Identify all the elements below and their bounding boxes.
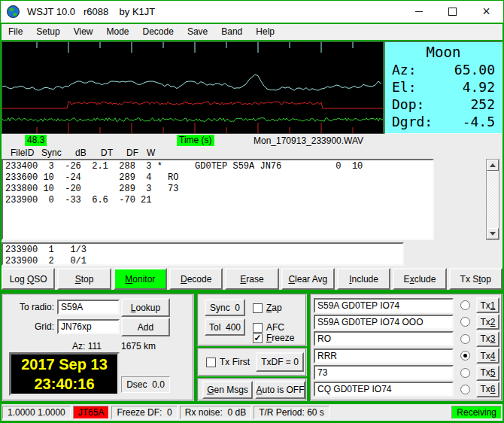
tx1-button[interactable]: Tx1 bbox=[476, 297, 499, 313]
arrow-up-icon bbox=[490, 163, 496, 167]
moon-az-row: Az: 65.00 bbox=[385, 61, 502, 78]
exclude-button[interactable]: Exclude bbox=[393, 268, 446, 290]
avg-line: 233900 1 1/3 bbox=[5, 245, 400, 256]
maximize-icon bbox=[448, 8, 457, 16]
auto-button[interactable]: Auto is OFF bbox=[255, 381, 305, 399]
lookup-button[interactable]: Lookup bbox=[121, 298, 170, 317]
col-fileid: FileID bbox=[11, 148, 34, 159]
dsec-button[interactable]: Dsec 0.0 bbox=[121, 376, 170, 393]
decode-scrollbar[interactable] bbox=[486, 159, 499, 240]
tx2-button[interactable]: Tx2 bbox=[476, 314, 499, 330]
stop-button[interactable]: Stop bbox=[57, 268, 111, 290]
close-button[interactable] bbox=[469, 1, 503, 23]
monitor-button[interactable]: Monitor bbox=[114, 268, 167, 290]
zap-checkbox[interactable]: Zap bbox=[253, 303, 282, 313]
menu-mode[interactable]: Mode bbox=[100, 24, 136, 40]
avg-line: 233900 2 0/1 bbox=[5, 256, 400, 266]
tx-first-checkbox-box[interactable] bbox=[206, 358, 216, 367]
minimize-button[interactable] bbox=[402, 1, 436, 23]
tx3-button[interactable]: Tx3 bbox=[476, 331, 499, 347]
freeze-checkbox-box[interactable] bbox=[253, 333, 263, 343]
tx2-row: Tx2 bbox=[313, 314, 499, 330]
tx5-message-input[interactable] bbox=[314, 365, 454, 380]
decode-text-area[interactable]: 233400 3 -26 2.1 288 3 * GD0TEP S59A JN7… bbox=[2, 159, 434, 240]
sync-button[interactable]: Sync 0 bbox=[205, 299, 245, 316]
menu-help[interactable]: Help bbox=[249, 24, 281, 40]
plot-labels-row: 48.3 Time (s) Mon_170913_233900.WAV bbox=[2, 134, 502, 148]
audio-levels: 1.0000 1.0000 bbox=[2, 406, 71, 419]
tx2-message-input[interactable] bbox=[314, 315, 454, 330]
moon-el-value: 4.92 bbox=[463, 78, 495, 96]
menu-band[interactable]: Band bbox=[214, 24, 249, 40]
moon-dop-row: Dop: 252 bbox=[385, 96, 502, 113]
tx2-radio[interactable] bbox=[460, 317, 470, 327]
tol-button[interactable]: Tol 400 bbox=[205, 318, 245, 336]
time-axis-label: Time (s) bbox=[177, 135, 214, 146]
tx-first-checkbox[interactable]: Tx First bbox=[206, 357, 250, 367]
log-qso-button[interactable]: Log QSO bbox=[2, 268, 55, 290]
moon-panel: Moon Az: 65.00 El: 4.92 Dop: 252 Dgrd: -… bbox=[384, 41, 502, 134]
scrollbar-track[interactable] bbox=[487, 171, 499, 228]
menu-file[interactable]: File bbox=[2, 24, 29, 40]
globe-icon bbox=[7, 5, 20, 18]
col-df: DF bbox=[126, 148, 138, 159]
tx4-row: Tx4 bbox=[313, 348, 499, 364]
decode-line: 233600 10 -24 289 4 RO bbox=[5, 172, 430, 184]
tx1-radio[interactable] bbox=[460, 300, 470, 310]
tx5-button[interactable]: Tx5 bbox=[476, 365, 499, 381]
menu-view[interactable]: View bbox=[67, 24, 100, 40]
tx1-message-input[interactable] bbox=[314, 298, 454, 313]
menu-decode[interactable]: Decode bbox=[136, 24, 181, 40]
afc-label: AFC bbox=[266, 322, 284, 333]
grid-label: Grid: bbox=[9, 319, 54, 334]
moon-dgrd-label: Dgrd: bbox=[392, 113, 433, 130]
average-text-area[interactable]: 233900 1 1/3 233900 2 0/1 bbox=[2, 242, 404, 266]
moon-az-label: Az: bbox=[392, 61, 417, 78]
spectrum-plot[interactable] bbox=[2, 41, 384, 134]
tx-stop-button[interactable]: Tx Stop bbox=[449, 268, 502, 290]
tx6-row: Tx6 bbox=[313, 382, 499, 397]
menu-save[interactable]: Save bbox=[181, 24, 214, 40]
decode-column-headers: FileID Sync dB DT DF W bbox=[2, 148, 502, 159]
tx-first-group: Tx First TxDF = 0 bbox=[197, 348, 307, 376]
distance-text: 1675 km bbox=[121, 339, 156, 354]
tx3-message-input[interactable] bbox=[314, 331, 454, 346]
tx3-row: Tx3 bbox=[313, 331, 499, 347]
tx5-row: Tx5 bbox=[313, 365, 499, 381]
receiving-indicator: Receiving bbox=[451, 406, 502, 419]
status-bar: 1.0000 1.0000 JT65A Freeze DF: 0 Rx nois… bbox=[2, 404, 502, 421]
maximize-button[interactable] bbox=[436, 1, 469, 23]
tx4-button[interactable]: Tx4 bbox=[476, 348, 499, 364]
wav-filename: Mon_170913_233900.WAV bbox=[254, 135, 363, 147]
include-button[interactable]: Include bbox=[337, 268, 390, 290]
zap-checkbox-box[interactable] bbox=[253, 303, 263, 313]
tx5-radio[interactable] bbox=[460, 368, 470, 378]
tx4-message-input[interactable] bbox=[314, 348, 454, 364]
to-radio-input[interactable] bbox=[57, 300, 120, 315]
scroll-up-button[interactable] bbox=[487, 160, 499, 171]
close-icon bbox=[482, 5, 490, 19]
grid-input[interactable] bbox=[57, 319, 120, 334]
txdf-button[interactable]: TxDF = 0 bbox=[256, 352, 304, 372]
col-db: dB bbox=[75, 148, 87, 159]
freq-marker-label: 48.3 bbox=[25, 135, 47, 146]
utc-clock: 2017 Sep 13 23:40:16 bbox=[9, 352, 120, 396]
freeze-checkbox[interactable]: Freeze bbox=[253, 333, 294, 343]
tx6-radio[interactable] bbox=[460, 385, 470, 394]
add-button[interactable]: Add bbox=[121, 318, 170, 336]
tx6-message-input[interactable] bbox=[314, 382, 454, 397]
decode-line: 233400 3 -26 2.1 288 3 * GD0TEP S59A JN7… bbox=[5, 161, 430, 172]
tx6-button[interactable]: Tx6 bbox=[476, 382, 499, 397]
tx4-radio[interactable] bbox=[460, 351, 470, 361]
menu-setup[interactable]: Setup bbox=[29, 24, 66, 40]
decode-button[interactable]: Decode bbox=[169, 268, 223, 290]
afc-checkbox[interactable]: AFC bbox=[253, 322, 284, 333]
tx3-radio[interactable] bbox=[460, 334, 470, 344]
title-bar: WSJT 10.0 r6088 by K1JT bbox=[1, 1, 503, 23]
to-radio-label: To radio: bbox=[9, 300, 54, 315]
scroll-down-button[interactable] bbox=[487, 228, 499, 239]
clear-avg-button[interactable]: Clear Avg bbox=[281, 268, 335, 290]
afc-checkbox-box[interactable] bbox=[253, 323, 263, 333]
erase-button[interactable]: Erase bbox=[225, 268, 278, 290]
gen-msgs-button[interactable]: Gen Msgs bbox=[202, 381, 253, 399]
